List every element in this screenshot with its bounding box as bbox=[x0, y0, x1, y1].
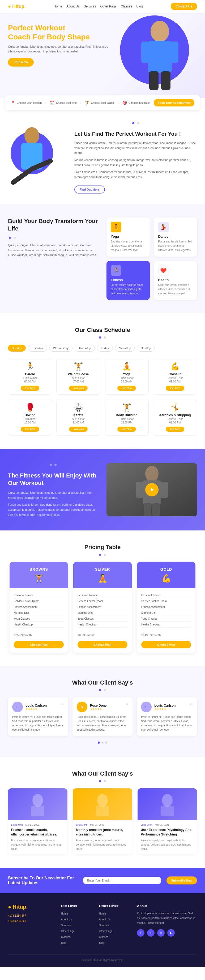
build-body-section: Build Your Body Transform Your Life Quis… bbox=[0, 204, 205, 313]
hero-content: Perfect Workout Coach For Body Shape Qui… bbox=[8, 24, 109, 67]
find-dots bbox=[74, 121, 197, 125]
footer-link-about[interactable]: About Us bbox=[61, 918, 72, 921]
blog-section: What Our Client Say's Louis John Mar 21,… bbox=[0, 757, 205, 868]
cardio-time: 06:00 AM bbox=[12, 380, 48, 383]
tab-sunday[interactable]: Sunday bbox=[8, 345, 26, 352]
browns-choose-button[interactable]: Choose Plan bbox=[14, 641, 64, 648]
gold-feature-4: Morning Diet bbox=[141, 610, 191, 616]
nav-dot-2[interactable] bbox=[101, 741, 104, 744]
reviewer-name-2: Rose Done bbox=[90, 704, 107, 708]
karate-trainer: Suzi Akbar bbox=[60, 418, 96, 420]
pricing-header-gold: GOLD 💪 bbox=[137, 562, 196, 588]
tab-sunday2[interactable]: Sunday bbox=[137, 345, 155, 352]
nav-classes[interactable]: Classes bbox=[121, 5, 132, 8]
newsletter-subscribe-button[interactable]: Subscribe Now bbox=[167, 877, 197, 885]
crossfit-join-button[interactable]: Join Now bbox=[166, 386, 184, 391]
footer-link2-other[interactable]: Other Page bbox=[99, 930, 113, 932]
tab-wednesday[interactable]: Wednesday bbox=[49, 345, 73, 352]
find-workout-p2: Mauris venenatis turpis id consequat dig… bbox=[74, 158, 197, 167]
hero-cta-button[interactable]: Join Now bbox=[8, 58, 34, 67]
browns-feature-1: Personal Trainer bbox=[14, 592, 64, 598]
sliver-plan-icon: 🧘 bbox=[79, 574, 126, 583]
footer-phone-2: +178-1234-567 bbox=[8, 918, 53, 924]
weight-icon: 🏋 bbox=[60, 362, 96, 371]
play-button[interactable] bbox=[145, 483, 159, 496]
tab-friday[interactable]: Friday bbox=[97, 345, 113, 352]
testimonials-section: What Our Client Say's " L Louis Carlson … bbox=[0, 666, 205, 757]
banner-dots bbox=[8, 462, 99, 466]
yoga-join-button[interactable]: Join Now bbox=[117, 386, 136, 391]
location-icon: 📍 bbox=[11, 100, 15, 105]
yoga-class-icon: 🧘 bbox=[109, 362, 145, 371]
book-appointment-button[interactable]: Book Your Appointment bbox=[154, 99, 194, 107]
sliver-choose-button[interactable]: Choose Plan bbox=[77, 641, 128, 648]
nav-dot-1[interactable] bbox=[98, 741, 100, 744]
gold-plan-body: Personal Trainer Service Locker Room Fit… bbox=[137, 588, 196, 652]
crossfit-trainer: Collins L Lane bbox=[157, 377, 193, 380]
blog-date-1: Mar 21, 2021 bbox=[25, 824, 39, 826]
nav-blog[interactable]: Blog bbox=[136, 5, 143, 8]
svg-point-24 bbox=[162, 794, 173, 807]
blog-dot-active bbox=[99, 780, 101, 782]
youtube-icon[interactable]: ▶ bbox=[167, 929, 175, 937]
svg-rect-1 bbox=[148, 41, 172, 73]
quote-icon-3: " bbox=[190, 702, 193, 711]
schedule-dot-active bbox=[99, 336, 101, 339]
pricing-section: Pricing Table BROWNS 🏋 Personal Trainer … bbox=[0, 530, 205, 666]
linkedin-icon[interactable]: in bbox=[157, 929, 165, 937]
nav-home[interactable]: Home bbox=[54, 5, 62, 8]
nav-about[interactable]: About Us bbox=[66, 5, 79, 8]
find-out-more-button[interactable]: Find Out More bbox=[74, 186, 105, 194]
boxing-icon: 🥊 bbox=[12, 403, 48, 412]
yoga-title: Yoga bbox=[111, 234, 145, 239]
schedule-grid: 🏃 Cardio Fuzia Akbar 06:00 AM Join Now 🏋… bbox=[8, 358, 197, 436]
crossfit-icon: 💪 bbox=[157, 362, 193, 371]
tab-tuesday[interactable]: Tuesday bbox=[28, 345, 47, 352]
browns-feature-3: Fitness Assessment bbox=[14, 604, 64, 610]
footer-link-other[interactable]: Other Page bbox=[61, 930, 75, 932]
gold-price: $149.99/month bbox=[141, 631, 191, 638]
browns-feature-2: Service Locker Room bbox=[14, 598, 64, 604]
navbar: ● Hitup. Home About Us Services Other Pa… bbox=[0, 0, 205, 13]
footer-link-blog[interactable]: Blog bbox=[61, 942, 66, 944]
footer-link2-blog[interactable]: Blog bbox=[99, 942, 104, 944]
nav-services[interactable]: Services bbox=[84, 5, 96, 8]
footer-brand: ● Hitup. +178-1234-567 +178-1234-567 bbox=[8, 904, 53, 946]
tab-saturday[interactable]: Saturday bbox=[115, 345, 135, 352]
nav-dot-3[interactable] bbox=[105, 741, 107, 744]
blog-body-3: Louis John Mar 21, 2021 User Experience … bbox=[137, 820, 197, 854]
footer-link-home[interactable]: Home bbox=[61, 912, 68, 915]
aerobics-join-button[interactable]: Join Now bbox=[166, 426, 184, 432]
gold-choose-button[interactable]: Choose Plan bbox=[141, 641, 191, 648]
bodybuilding-name: Body Building bbox=[109, 414, 145, 417]
logo[interactable]: ● Hitup. bbox=[8, 4, 26, 9]
newsletter-email-input[interactable] bbox=[83, 877, 161, 884]
footer-link2-about[interactable]: About Us bbox=[99, 918, 110, 921]
hero-title: Perfect Workout Coach For Body Shape bbox=[8, 24, 109, 41]
testimonial-header-1: L Louis Carlson ★★★★★ bbox=[12, 702, 61, 712]
find-workout-p1: Fusce sed iaculis lorem. Sed risus lorem… bbox=[74, 140, 197, 156]
reviewer-rating-3: ★★★★★ bbox=[154, 708, 175, 710]
footer-link2-home[interactable]: Home bbox=[99, 912, 106, 915]
nav-other[interactable]: Other Page bbox=[100, 5, 116, 8]
footer-link-services[interactable]: Services bbox=[61, 924, 71, 927]
bodybuilding-join-button[interactable]: Join Now bbox=[117, 426, 136, 432]
facebook-icon[interactable]: f bbox=[137, 929, 145, 937]
footer-link2-services[interactable]: Services bbox=[99, 924, 109, 927]
footer-link2-classes[interactable]: Classes bbox=[99, 935, 109, 939]
boxing-join-button[interactable]: Join Now bbox=[21, 426, 39, 432]
tab-thursday[interactable]: Thursday bbox=[75, 345, 95, 352]
bodybuilding-icon: 🏋 bbox=[109, 403, 145, 412]
footer-link-classes[interactable]: Classes bbox=[61, 935, 71, 939]
step-time: 📅 Choose best time bbox=[50, 100, 77, 105]
weight-join-button[interactable]: Join Now bbox=[69, 386, 87, 391]
nav-cta-button[interactable]: Contact Us bbox=[171, 3, 197, 10]
reviewer-name-1: Louis Carlson bbox=[25, 704, 47, 708]
testimonials-nav-dots bbox=[8, 741, 197, 744]
karate-icon: 🥋 bbox=[60, 403, 96, 412]
twitter-icon[interactable]: t bbox=[147, 929, 155, 937]
footer-links-list2: Home About Us Services Other Page Classe… bbox=[99, 911, 129, 945]
karate-join-button[interactable]: Join Now bbox=[69, 426, 87, 432]
testimonial-text-1: Proin id ipsum mi. Fusce sed iaculis lor… bbox=[12, 715, 64, 732]
cardio-join-button[interactable]: Join Now bbox=[21, 386, 39, 391]
